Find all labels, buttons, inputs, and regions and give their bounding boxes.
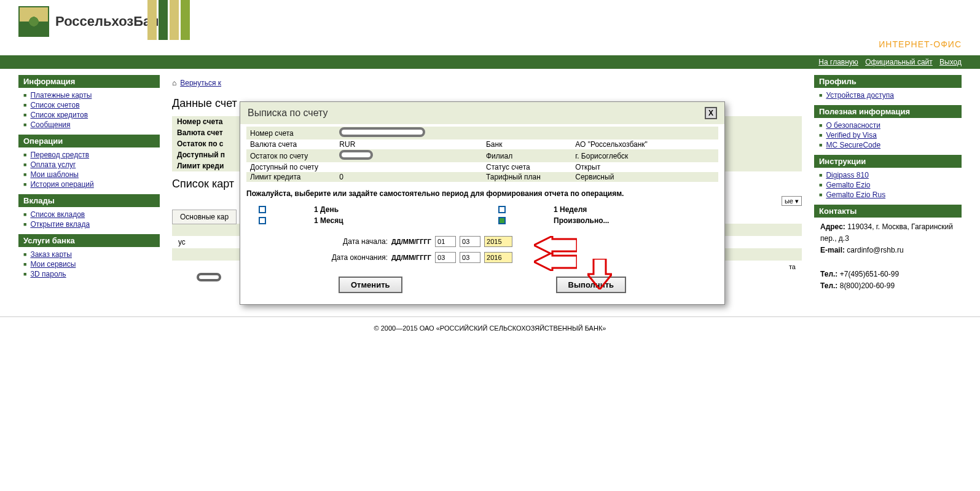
modal-title: Выписка по счету xyxy=(248,108,328,119)
annotation-arrow-icon xyxy=(534,253,577,271)
checkbox-custom[interactable] xyxy=(498,217,506,224)
date-start-label: Дата начала: xyxy=(320,237,388,246)
cancel-button[interactable]: Отменить xyxy=(339,277,402,293)
link-my-services[interactable]: Мои сервисы xyxy=(30,260,76,269)
panel-deps-title: Вклады xyxy=(18,194,160,207)
redacted xyxy=(197,273,221,281)
link-messages[interactable]: Сообщения xyxy=(30,120,70,129)
link-order-card[interactable]: Заказ карты xyxy=(30,250,72,259)
nav-site[interactable]: Официальный сайт xyxy=(865,58,933,66)
link-transfer[interactable]: Перевод средств xyxy=(30,151,89,159)
date-start-year[interactable] xyxy=(484,236,512,247)
redacted xyxy=(339,127,425,137)
nav-exit[interactable]: Выход xyxy=(939,58,962,66)
decor-stripes xyxy=(147,0,197,40)
link-pay[interactable]: Оплата услуг xyxy=(30,160,76,169)
panel-useful-title: Полезная информация xyxy=(814,105,962,118)
link-devices[interactable]: Устройства доступа xyxy=(826,91,894,100)
redacted xyxy=(339,150,373,160)
right-sidebar: Профиль Устройства доступа Полезная инфо… xyxy=(814,75,962,298)
panel-instr-title: Инструкции xyxy=(814,155,962,168)
date-start-month[interactable] xyxy=(460,236,480,247)
date-end-month[interactable] xyxy=(460,252,480,263)
annotation-arrow-icon xyxy=(534,236,577,254)
close-icon[interactable]: X xyxy=(705,107,717,119)
link-accounts[interactable]: Список счетов xyxy=(30,101,79,109)
link-dep-open[interactable]: Открытие вклада xyxy=(30,220,90,229)
contacts-body: Адрес: 119034, г. Москва, Гагаринский пе… xyxy=(814,218,962,296)
date-end-year[interactable] xyxy=(484,252,512,263)
checkbox-month[interactable] xyxy=(259,217,266,224)
link-3d-pwd[interactable]: 3D пароль xyxy=(30,270,66,278)
panel-profile-title: Профиль xyxy=(814,75,962,88)
panel-svc-title: Услуги банка xyxy=(18,234,160,247)
link-templates[interactable]: Мои шаблоны xyxy=(30,170,79,179)
link-mc[interactable]: MC SecureCode xyxy=(826,141,880,149)
logo-icon xyxy=(18,6,49,37)
breadcrumb: Вернуться к xyxy=(172,75,802,91)
link-gemalto[interactable]: Gemalto Ezio xyxy=(826,181,870,189)
date-end-day[interactable] xyxy=(435,252,456,263)
left-sidebar: Информация Платежные карты Список счетов… xyxy=(18,75,160,298)
annotation-arrow-icon xyxy=(587,259,612,289)
brand-sub: ИНТЕРНЕТ-ОФИС xyxy=(55,39,962,49)
date-start-day[interactable] xyxy=(435,236,456,247)
panel-info-title: Информация xyxy=(18,75,160,88)
panel-ops-title: Операции xyxy=(18,135,160,147)
link-gemalto-rus[interactable]: Gemalto Ezio Rus xyxy=(826,191,885,199)
link-cards[interactable]: Платежные карты xyxy=(30,91,92,100)
filter-select[interactable]: ые ▾ xyxy=(782,196,802,206)
link-vbv[interactable]: Verified by Visa xyxy=(826,131,877,139)
modal-prompt: Пожалуйста, выберите или задайте самосто… xyxy=(246,189,718,198)
panel-contacts-title: Контакты xyxy=(814,205,962,218)
tab-main-cards[interactable]: Основные кар xyxy=(172,210,237,224)
account-details: Номер счета Валюта счетаRUR БанкАО "Росс… xyxy=(246,127,718,182)
checkbox-week[interactable] xyxy=(498,206,506,213)
breadcrumb-back[interactable]: Вернуться к xyxy=(180,79,221,87)
date-end-label: Дата окончания: xyxy=(320,253,388,262)
link-dep-list[interactable]: Список вкладов xyxy=(30,210,85,219)
link-security[interactable]: О безопасности xyxy=(826,121,880,130)
link-credits[interactable]: Список кредитов xyxy=(30,111,88,119)
link-digipass[interactable]: Digipass 810 xyxy=(826,171,868,179)
statement-modal: Выписка по счету X Номер счета Валюта сч… xyxy=(240,101,725,305)
top-nav: На главную Официальный сайт Выход xyxy=(0,55,980,69)
checkbox-day[interactable] xyxy=(259,206,266,213)
nav-home[interactable]: На главную xyxy=(818,58,858,66)
footer: © 2000—2015 ОАО «РОССИЙСКИЙ СЕЛЬСКОХОЗЯЙ… xyxy=(0,316,980,339)
link-history[interactable]: История операций xyxy=(30,180,93,189)
